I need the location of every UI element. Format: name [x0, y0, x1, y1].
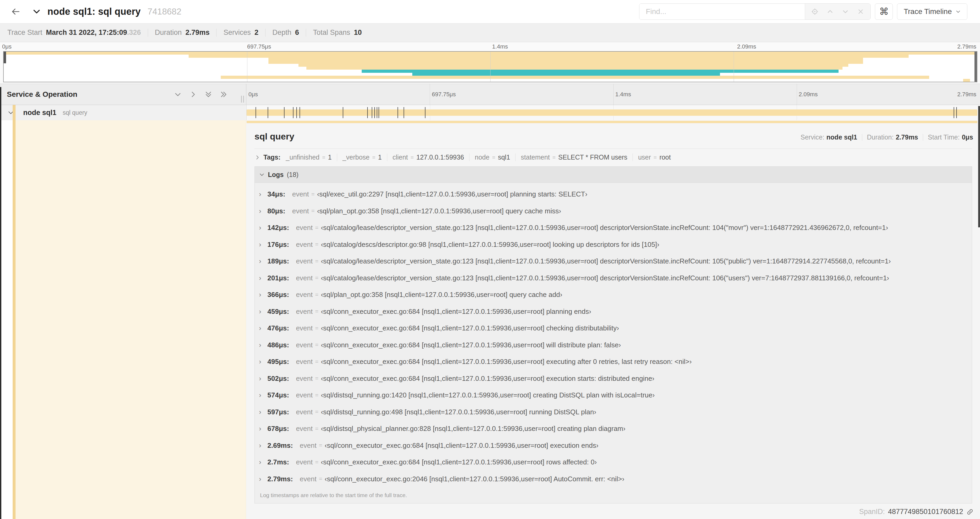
tag-item[interactable]: _unfinished=1 — [282, 153, 337, 161]
clear-search-icon[interactable] — [853, 8, 868, 15]
depth-value: 6 — [295, 29, 299, 37]
chevron-right-icon: › — [259, 291, 267, 299]
collapse-all-icon[interactable] — [204, 91, 212, 98]
tag-item[interactable]: statement=SELECT * FROM users — [515, 153, 633, 161]
log-row[interactable]: ›142μs:event=‹sql/catalog/lease/descript… — [259, 219, 969, 236]
chevron-down-icon[interactable] — [259, 172, 265, 177]
log-field-value: ‹sql/distsql_running.go:1420 [nsql1,clie… — [321, 391, 655, 399]
equals-sign: = — [315, 392, 318, 399]
duration-label: Duration: — [867, 133, 894, 141]
detail-stats: Service:node sql1 Duration:2.79ms Start … — [800, 133, 973, 141]
log-row[interactable]: ›502μs:event=‹sql/conn_executor_exec.go:… — [259, 370, 969, 387]
log-timestamp: 486μs: — [267, 341, 289, 349]
total-spans-label: Total Spans — [313, 29, 350, 37]
span-row-name-cell[interactable]: node sql1 sql query — [0, 105, 246, 120]
log-marker — [404, 107, 404, 118]
log-row[interactable]: ›2.7ms:event=‹sql/conn_executor_exec.go:… — [259, 454, 969, 471]
log-row[interactable]: ›495μs:event=‹sql/conn_executor_exec.go:… — [259, 353, 969, 370]
log-row[interactable]: ›476μs:event=‹sql/conn_executor_exec.go:… — [259, 320, 969, 337]
log-timestamp: 502μs: — [267, 374, 289, 383]
tick-label: 1.4ms — [492, 43, 508, 50]
services-label: Services — [223, 29, 251, 37]
divider — [265, 29, 266, 37]
equals-sign: = — [315, 325, 318, 332]
collapse-one-icon[interactable] — [174, 91, 182, 98]
tag-item[interactable]: client=127.0.0.1:59936 — [387, 153, 469, 161]
equals-sign: = — [315, 241, 318, 248]
log-field-key: event — [296, 374, 313, 383]
equals-sign: = — [319, 442, 322, 449]
minimap-canvas[interactable] — [3, 51, 977, 82]
log-row[interactable]: ›34μs:event=‹sql/exec_util.go:2297 [nsql… — [259, 186, 969, 203]
log-field-value: ‹sql/plan_opt.go:358 [nsql1,client=127.0… — [317, 207, 561, 215]
log-row[interactable]: ›189μs:event=‹sql/catalog/lease/descript… — [259, 253, 969, 270]
back-button[interactable] — [10, 6, 22, 18]
start-time-label: Start Time: — [928, 133, 960, 141]
find-input[interactable] — [640, 4, 805, 19]
log-row[interactable]: ›486μs:event=‹sql/conn_executor_exec.go:… — [259, 337, 969, 354]
log-timestamp: 2.79ms: — [267, 475, 293, 483]
span-row-timeline[interactable] — [246, 105, 980, 120]
prev-result-icon[interactable] — [822, 8, 838, 15]
service-color-strip — [13, 105, 16, 120]
tag-item[interactable]: user=root — [633, 153, 676, 161]
duration-label: Duration — [155, 29, 182, 37]
tag-value: 127.0.0.1:59936 — [417, 153, 464, 161]
viewport-handle-left[interactable] — [4, 52, 6, 63]
log-row[interactable]: ›366μs:event=‹sql/plan_opt.go:358 [nsql1… — [259, 286, 969, 303]
log-row[interactable]: ›574μs:event=‹sql/distsql_running.go:142… — [259, 387, 969, 404]
left-scrollbar[interactable] — [0, 87, 1, 519]
tick-label: 697.75μs — [432, 91, 456, 98]
right-scrollbar[interactable] — [978, 106, 980, 227]
arrow-left-icon — [10, 6, 21, 17]
chevron-right-icon: › — [259, 475, 267, 483]
span-duration-bar[interactable] — [247, 109, 977, 116]
trace-minimap[interactable]: 0μs697.75μs1.4ms2.09ms2.79ms — [0, 42, 980, 84]
detail-span-bar — [247, 121, 977, 123]
equals-sign: = — [315, 459, 318, 466]
chevron-right-icon: › — [259, 308, 267, 316]
logs-body: ›34μs:event=‹sql/exec_util.go:2297 [nsql… — [255, 183, 972, 503]
equals-sign: = — [315, 224, 318, 231]
minimap-rows — [4, 52, 977, 82]
equals-sign: = — [315, 375, 318, 382]
expand-all-icon[interactable] — [220, 91, 228, 98]
viewport-handle-right[interactable] — [974, 52, 977, 82]
column-resize-grip[interactable] — [241, 96, 244, 102]
log-field-value: ‹sql/plan_opt.go:358 [nsql1,client=127.0… — [321, 291, 562, 299]
log-timestamp: 201μs: — [267, 274, 289, 282]
divider — [148, 29, 148, 37]
log-row[interactable]: ›597μs:event=‹sql/distsql_running.go:498… — [259, 404, 969, 421]
log-row[interactable]: ›2.69ms:event=‹sql/conn_executor_exec.go… — [259, 437, 969, 454]
tag-key: client — [393, 153, 408, 161]
trace-view-label: Trace Timeline — [904, 7, 952, 16]
next-result-icon[interactable] — [838, 8, 853, 15]
trace-view-select[interactable]: Trace Timeline — [897, 3, 967, 20]
tag-key: statement — [521, 153, 550, 161]
tags-row[interactable]: Tags: _unfinished=1_verbose=1client=127.… — [247, 149, 980, 163]
log-row[interactable]: ›201μs:event=‹sql/catalog/lease/descript… — [259, 270, 969, 287]
chevron-right-icon: › — [259, 341, 267, 349]
match-highlight-icon[interactable] — [807, 8, 822, 15]
log-field-key: event — [296, 408, 313, 416]
log-row[interactable]: ›176μs:event=‹sql/catalog/descs/descript… — [259, 236, 969, 253]
log-field-key: event — [292, 207, 309, 215]
title-chevron-down-icon[interactable] — [33, 8, 41, 16]
tick-label: 1.4ms — [616, 91, 631, 98]
keyboard-shortcuts-button[interactable]: ⌘ — [875, 3, 893, 20]
log-row[interactable]: ›459μs:event=‹sql/conn_executor_exec.go:… — [259, 303, 969, 320]
log-field-key: event — [296, 241, 313, 249]
tag-value: 1 — [378, 153, 382, 161]
equals-sign: = — [315, 291, 318, 298]
tag-item[interactable]: node=sql1 — [469, 153, 515, 161]
log-row[interactable]: ›2.79ms:event=‹sql/conn_executor_exec.go… — [259, 471, 969, 488]
chevron-right-icon[interactable] — [255, 155, 260, 160]
link-icon[interactable] — [966, 508, 974, 516]
logs-header[interactable]: Logs (18) — [255, 167, 972, 183]
detail-header: sql query Service:node sql1 Duration:2.7… — [247, 120, 980, 142]
expand-one-icon[interactable] — [189, 91, 197, 98]
tag-item[interactable]: _verbose=1 — [337, 153, 387, 161]
log-field-key: event — [300, 475, 317, 483]
log-row[interactable]: ›80μs:event=‹sql/plan_opt.go:358 [nsql1,… — [259, 203, 969, 220]
log-row[interactable]: ›678μs:event=‹sql/distsql_physical_plann… — [259, 420, 969, 437]
